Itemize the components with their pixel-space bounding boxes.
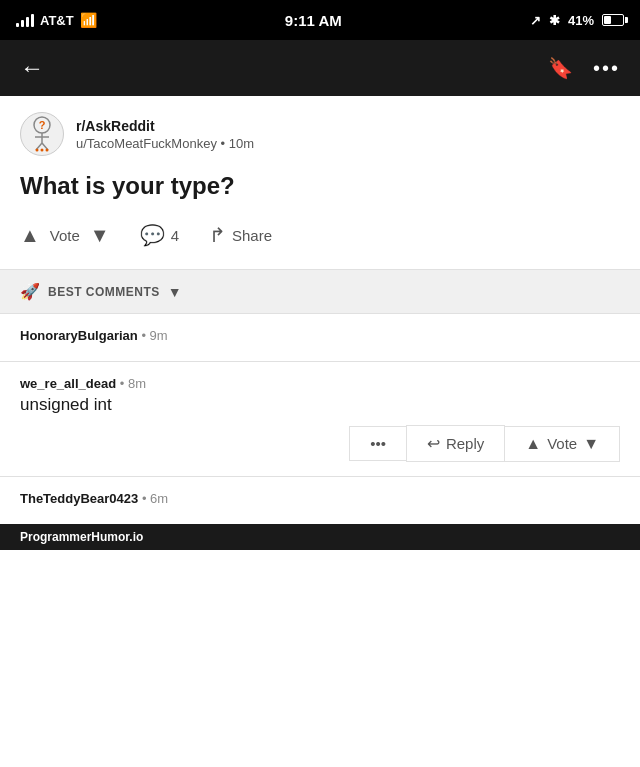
status-right: ↗ ✱ 41% xyxy=(530,13,624,28)
reply-label: Reply xyxy=(446,435,484,452)
back-button[interactable]: ← xyxy=(20,54,44,82)
comments-header-label: BEST COMMENTS xyxy=(48,285,160,299)
battery-icon xyxy=(602,14,624,26)
comment-2-author-time: we_re_all_dead • 8m xyxy=(20,376,620,391)
comment-upvote-icon[interactable]: ▲ xyxy=(525,435,541,453)
reply-icon: ↩ xyxy=(427,434,440,453)
post-area: ? r/AskReddit u/TacoMeatFuckMonkey • 10m… xyxy=(0,96,640,269)
comment-icon: 💬 xyxy=(140,223,165,247)
comment-2: we_re_all_dead • 8m unsigned int ••• ↩ R… xyxy=(0,362,640,476)
comment-3-time: 6m xyxy=(150,491,168,506)
vote-group[interactable]: ▲ Vote ▼ xyxy=(20,224,110,247)
nav-bar: ← 🔖 ••• xyxy=(0,40,640,96)
comment-3: TheTeddyBear0423 • 6m xyxy=(0,477,640,524)
comment-1-separator: • xyxy=(141,328,149,343)
svg-text:?: ? xyxy=(39,119,46,131)
comment-1-time: 9m xyxy=(150,328,168,343)
comment-count: 4 xyxy=(171,227,179,244)
battery-percent: 41% xyxy=(568,13,594,28)
comment-2-text: unsigned int xyxy=(20,395,620,415)
comment-1-author[interactable]: HonoraryBulgarian xyxy=(20,328,138,343)
comment-1-author-time: HonoraryBulgarian • 9m xyxy=(20,328,620,343)
comment-3-author-time: TheTeddyBear0423 • 6m xyxy=(20,491,620,506)
comment-1: HonoraryBulgarian • 9m xyxy=(0,314,640,361)
downvote-icon[interactable]: ▼ xyxy=(90,224,110,247)
comment-2-time: 8m xyxy=(128,376,146,391)
sort-icon[interactable]: ▼ xyxy=(168,284,182,300)
rocket-icon: 🚀 xyxy=(20,282,40,301)
post-info: r/AskReddit u/TacoMeatFuckMonkey • 10m xyxy=(76,118,254,151)
comment-more-icon: ••• xyxy=(370,435,386,452)
wifi-icon: 📶 xyxy=(80,12,97,28)
comment-2-author[interactable]: we_re_all_dead xyxy=(20,376,116,391)
comment-downvote-icon[interactable]: ▼ xyxy=(583,435,599,453)
bluetooth-icon: ✱ xyxy=(549,13,560,28)
post-author[interactable]: u/TacoMeatFuckMonkey xyxy=(76,136,217,151)
comment-vote-group[interactable]: ▲ Vote ▼ xyxy=(505,426,620,462)
post-time: 10m xyxy=(229,136,254,151)
action-bar: ▲ Vote ▼ 💬 4 ↱ Share xyxy=(20,217,620,253)
share-action[interactable]: ↱ Share xyxy=(209,223,272,247)
comment-2-actions: ••• ↩ Reply ▲ Vote ▼ xyxy=(20,425,620,462)
avatar: ? xyxy=(20,112,64,156)
upvote-icon[interactable]: ▲ xyxy=(20,224,40,247)
comments-header: 🚀 BEST COMMENTS ▼ xyxy=(0,270,640,313)
svg-point-8 xyxy=(46,149,49,152)
comment-action[interactable]: 💬 4 xyxy=(140,223,179,247)
comment-more-button[interactable]: ••• xyxy=(349,426,406,461)
comment-2-separator: • xyxy=(120,376,128,391)
post-meta: ? r/AskReddit u/TacoMeatFuckMonkey • 10m xyxy=(20,112,620,156)
nav-actions: 🔖 ••• xyxy=(548,56,620,80)
location-icon: ↗ xyxy=(530,13,541,28)
carrier-label: AT&T xyxy=(40,13,74,28)
avatar-svg: ? xyxy=(23,115,61,153)
bookmark-button[interactable]: 🔖 xyxy=(548,56,573,80)
status-left: AT&T 📶 xyxy=(16,12,97,28)
status-bar: AT&T 📶 9:11 AM ↗ ✱ 41% xyxy=(0,0,640,40)
more-button[interactable]: ••• xyxy=(593,57,620,80)
watermark: ProgrammerHumor.io xyxy=(0,524,640,550)
post-author-time: u/TacoMeatFuckMonkey • 10m xyxy=(76,136,254,151)
subreddit-name[interactable]: r/AskReddit xyxy=(76,118,254,134)
comment-3-separator: • xyxy=(142,491,150,506)
comment-vote-label: Vote xyxy=(547,435,577,452)
share-icon: ↱ xyxy=(209,223,226,247)
comment-reply-button[interactable]: ↩ Reply xyxy=(406,425,505,462)
svg-point-7 xyxy=(41,149,44,152)
vote-label[interactable]: Vote xyxy=(50,227,80,244)
signal-bars xyxy=(16,13,34,27)
svg-point-6 xyxy=(36,149,39,152)
comment-3-author[interactable]: TheTeddyBear0423 xyxy=(20,491,138,506)
share-label: Share xyxy=(232,227,272,244)
post-title: What is your type? xyxy=(20,170,620,201)
time-display: 9:11 AM xyxy=(285,12,342,29)
